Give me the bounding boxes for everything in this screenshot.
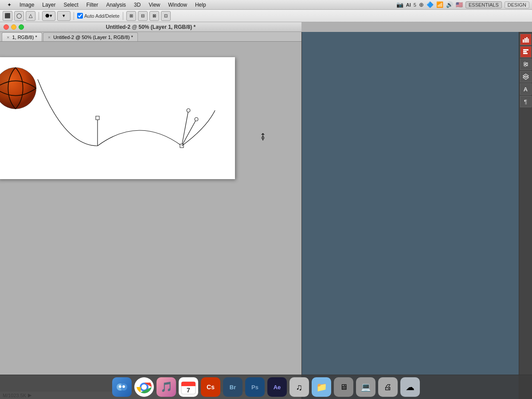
- tab2-close-icon[interactable]: ×: [48, 35, 51, 40]
- dock-chrome[interactable]: [134, 377, 154, 397]
- sidebar-paragraph-icon[interactable]: ¶: [520, 96, 532, 107]
- svg-rect-12: [528, 39, 529, 43]
- dock-notes[interactable]: ♫: [289, 377, 309, 397]
- menu-bar: ✦ Image Layer Select Filter Analysis 3D …: [0, 0, 532, 10]
- pen-mode-btn3[interactable]: △: [26, 11, 35, 21]
- right-panel: A ¶: [301, 32, 532, 399]
- pen-options-btn[interactable]: ▾: [57, 11, 70, 21]
- dock-cs[interactable]: Cs: [201, 377, 220, 397]
- dock-weather[interactable]: ☁: [400, 377, 420, 397]
- right-sidebar: A ¶: [519, 32, 532, 399]
- svg-point-8: [262, 137, 264, 139]
- svg-rect-11: [526, 37, 528, 43]
- svg-point-19: [524, 62, 526, 64]
- window-title-text: Untitled-2 @ 50% (Layer 1, RGB/8) *: [106, 24, 196, 30]
- cursor: [259, 133, 266, 143]
- menu-layer[interactable]: Layer: [39, 1, 59, 9]
- essentials-btn[interactable]: ESSENTIALS: [466, 1, 502, 8]
- window-title-bar: Untitled-2 @ 50% (Layer 1, RGB/8) *: [0, 22, 301, 32]
- traffic-lights: [4, 24, 24, 30]
- menu-3d[interactable]: 3D: [130, 1, 144, 9]
- svg-point-6: [187, 109, 190, 112]
- dock-itunes[interactable]: 🎵: [156, 377, 176, 397]
- sidebar-layers-icon[interactable]: [520, 71, 532, 82]
- plus-icon: ⊕: [419, 1, 424, 8]
- menu-window[interactable]: Window: [164, 1, 191, 9]
- menu-view[interactable]: View: [145, 1, 164, 9]
- svg-point-7: [195, 117, 198, 121]
- menu-help[interactable]: Help: [192, 1, 210, 9]
- svg-rect-10: [524, 38, 526, 43]
- flag-icon: 🇺🇸: [456, 1, 463, 8]
- ai-icon: AI: [406, 2, 411, 8]
- pen-mode-btn2[interactable]: ◯: [14, 11, 24, 21]
- camera-icon: 📷: [396, 1, 403, 8]
- dock-app2[interactable]: 💻: [356, 377, 376, 397]
- svg-rect-2: [96, 116, 99, 120]
- menu-analysis[interactable]: Analysis: [102, 1, 129, 9]
- dock-finder[interactable]: [112, 377, 132, 397]
- menu-apple[interactable]: ✦: [4, 1, 15, 9]
- dock-photoshop[interactable]: Ps: [245, 377, 265, 397]
- sidebar-histogram-icon[interactable]: [520, 34, 532, 45]
- system-icons-area: 📷 AI 5 ⊕ 🔷 📶 🔊 🇺🇸 ESSENTIALS DESIGN: [394, 0, 532, 10]
- svg-point-21: [524, 65, 526, 66]
- auto-add-delete-checkbox[interactable]: [77, 13, 83, 19]
- dock-aftereffects[interactable]: Ae: [267, 377, 287, 397]
- svg-rect-15: [523, 53, 528, 54]
- tab1-close-icon[interactable]: ×: [7, 35, 9, 40]
- options-bar: ⬛ ◯ △ ⬣▾ ▾ Auto Add/Delete ⊞ ⊟ ⊠ ⊡: [0, 10, 532, 22]
- path-ops-btn4[interactable]: ⊡: [161, 11, 171, 21]
- pen-dropdown-btn[interactable]: ⬣▾: [42, 11, 55, 21]
- signal-count: 5: [414, 2, 416, 8]
- wifi-icon: 📶: [436, 1, 443, 8]
- volume-icon: 🔊: [446, 1, 453, 8]
- auto-add-delete-label: Auto Add/Delete: [77, 13, 120, 19]
- design-btn[interactable]: DESIGN: [505, 1, 529, 8]
- svg-text:7: 7: [187, 387, 190, 394]
- svg-line-3: [182, 110, 188, 146]
- svg-point-30: [141, 384, 147, 390]
- path-ops-btn1[interactable]: ⊞: [126, 11, 136, 21]
- tab-bar: × 1, RGB/8) * × Untitled-2 @ 50% (Layer …: [0, 32, 301, 42]
- dock-app1[interactable]: 🖥: [334, 377, 353, 397]
- path-ops-btn2[interactable]: ⊟: [138, 11, 148, 21]
- sidebar-nav-icon[interactable]: [520, 46, 532, 58]
- dock-bridge[interactable]: Br: [223, 377, 243, 397]
- menu-image[interactable]: Image: [16, 1, 38, 9]
- svg-rect-33: [181, 384, 196, 386]
- canvas-work-area: [0, 42, 301, 391]
- svg-rect-14: [523, 51, 527, 52]
- sidebar-adjustments-icon[interactable]: [520, 59, 532, 70]
- svg-point-27: [122, 385, 125, 388]
- minimize-traffic-light[interactable]: [11, 24, 16, 30]
- menu-filter[interactable]: Filter: [83, 1, 102, 9]
- path-ops-btn3[interactable]: ⊠: [149, 11, 159, 21]
- tab1-label: 1, RGB/8) *: [12, 35, 37, 40]
- sidebar-text-icon[interactable]: A: [520, 83, 532, 95]
- canvas-document: [0, 57, 235, 179]
- svg-rect-13: [523, 49, 528, 51]
- svg-rect-5: [180, 144, 184, 148]
- doc-tab-1[interactable]: × 1, RGB/8) *: [2, 32, 42, 41]
- pen-mode-btn1[interactable]: ⬛: [3, 11, 12, 21]
- close-traffic-light[interactable]: [4, 24, 9, 30]
- basketball-svg: [0, 66, 38, 110]
- maximize-traffic-light[interactable]: [19, 24, 24, 30]
- bluetooth-icon: 🔷: [426, 1, 434, 8]
- svg-point-26: [119, 385, 121, 388]
- doc-tab-2[interactable]: × Untitled-2 @ 50% (Layer 1, RGB/8) *: [43, 32, 138, 41]
- tab2-label: Untitled-2 @ 50% (Layer 1, RGB/8) *: [53, 35, 133, 40]
- dock: 🎵 7 Cs Br Ps Ae ♫ 📁 🖥 💻 🖨: [0, 375, 532, 399]
- dock-calendar[interactable]: 7: [179, 377, 198, 397]
- svg-line-4: [182, 119, 196, 146]
- svg-rect-9: [523, 39, 524, 43]
- dock-app3[interactable]: 🖨: [378, 377, 398, 397]
- dock-finder2[interactable]: 📁: [312, 377, 331, 397]
- menu-select[interactable]: Select: [60, 1, 82, 9]
